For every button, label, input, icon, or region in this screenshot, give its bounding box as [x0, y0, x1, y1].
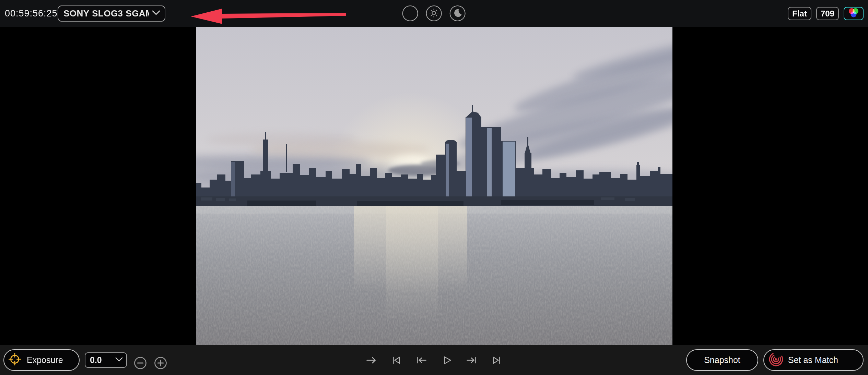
set-as-match-button[interactable]: Set as Match	[763, 349, 864, 371]
minus-circle-icon	[134, 365, 147, 371]
exposure-increase-button[interactable]	[154, 356, 167, 370]
lut-select-value: SONY SLOG3 SGAMUT	[63, 8, 149, 19]
crosshair-icon	[8, 352, 22, 368]
skip-to-start-button[interactable]	[391, 354, 402, 366]
play-icon	[441, 362, 453, 367]
display-toggle-group	[402, 5, 466, 21]
chevron-down-icon	[115, 357, 123, 363]
lut-select[interactable]: SONY SLOG3 SGAMUT	[58, 5, 165, 22]
exposure-button[interactable]: Exposure	[3, 349, 80, 371]
step-to-out-button[interactable]	[466, 354, 478, 366]
step-to-out-icon	[466, 362, 478, 367]
video-preview-image	[196, 27, 672, 345]
sun-icon	[429, 8, 439, 19]
rgb-circles-icon	[847, 7, 860, 20]
rec709-button[interactable]: 709	[816, 7, 839, 20]
night-mode-button[interactable]	[450, 5, 466, 21]
step-to-in-icon	[416, 362, 427, 367]
snapshot-button[interactable]: Snapshot	[686, 349, 758, 371]
play-button[interactable]	[441, 354, 453, 366]
transport-controls	[366, 345, 503, 375]
skip-to-end-button[interactable]	[491, 354, 503, 366]
viewer	[0, 27, 868, 345]
flat-button[interactable]: Flat	[788, 7, 811, 20]
skip-to-end-icon	[491, 362, 503, 367]
chevron-down-icon	[152, 10, 160, 17]
arrow-right-icon	[366, 362, 377, 367]
format-button-group: Flat 709	[788, 7, 864, 20]
exposure-value-select[interactable]: 0.0	[85, 352, 127, 368]
moon-icon	[453, 8, 463, 19]
exposure-value: 0.0	[90, 355, 113, 365]
brightness-button[interactable]	[426, 5, 442, 21]
plus-circle-icon	[154, 365, 167, 371]
step-to-in-button[interactable]	[416, 354, 427, 366]
fingerprint-icon	[768, 351, 784, 369]
exposure-decrease-button[interactable]	[134, 356, 147, 370]
bottom-right-actions: Snapshot Set as Match	[686, 349, 864, 371]
exposure-label: Exposure	[27, 355, 63, 365]
red-arrow-annotation	[191, 7, 346, 26]
arrow-right-button[interactable]	[366, 354, 377, 366]
set-as-match-label: Set as Match	[788, 355, 838, 365]
tally-circle-button[interactable]	[402, 5, 418, 21]
timecode: 00:59:56:25	[5, 0, 58, 27]
rgb-view-button[interactable]	[844, 7, 864, 20]
bottom-bar: Exposure 0.0	[0, 345, 868, 375]
top-bar: 00:59:56:25 SONY SLOG3 SGAMUT	[0, 0, 868, 27]
skip-to-start-icon	[391, 362, 402, 367]
